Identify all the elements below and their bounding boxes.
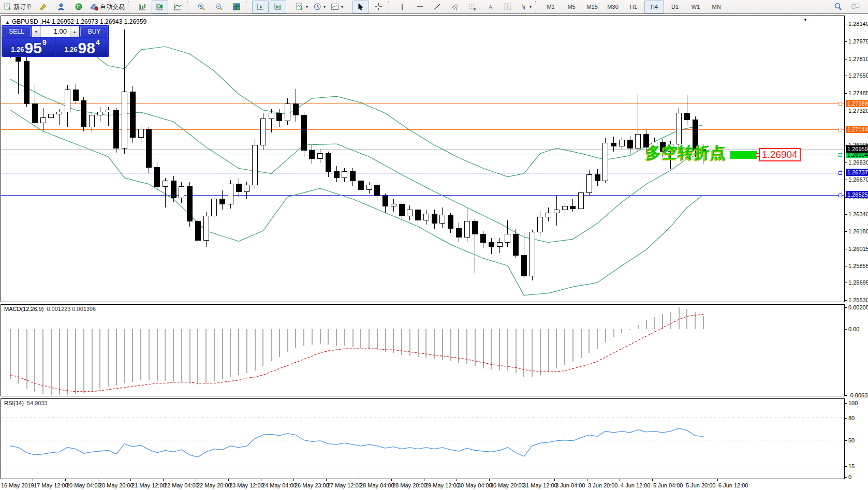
timeframe-h1-button[interactable]: H1 bbox=[624, 1, 643, 13]
indicators-button[interactable]: +▾ bbox=[293, 1, 310, 13]
time-tick-mark bbox=[293, 479, 294, 481]
vertical-line-button[interactable] bbox=[394, 1, 410, 13]
macd-canvas[interactable] bbox=[1, 305, 844, 396]
axis-tick-mark bbox=[845, 214, 847, 215]
chevron-down-icon[interactable]: ▾ bbox=[341, 5, 343, 9]
price-tick-label: 1.28140 bbox=[848, 21, 868, 27]
candle-body bbox=[293, 103, 298, 115]
timeframe-d1-button[interactable]: D1 bbox=[665, 1, 685, 13]
periods-button[interactable]: ▾ bbox=[311, 1, 328, 13]
arrows-button[interactable]: ▾ bbox=[517, 1, 534, 13]
label-button[interactable]: T bbox=[499, 1, 516, 13]
channel-button[interactable]: E bbox=[447, 1, 463, 13]
candlestick-chart-button[interactable] bbox=[152, 1, 168, 13]
trendline-button[interactable] bbox=[429, 1, 446, 13]
scroll-to-end-icon[interactable]: ▼ bbox=[803, 18, 807, 22]
templates-button[interactable]: ▾ bbox=[329, 1, 345, 13]
candle-body bbox=[253, 145, 258, 185]
price-axis[interactable]: 1.281401.279751.278101.276501.274851.273… bbox=[845, 14, 868, 490]
candle-body bbox=[383, 196, 388, 206]
crosshair-button[interactable] bbox=[370, 1, 387, 13]
horizontal-line-button[interactable] bbox=[411, 1, 428, 13]
timeframe-mn-button[interactable]: MN bbox=[707, 1, 726, 13]
candle-body bbox=[595, 175, 600, 181]
collapse-arrow-icon[interactable]: ▲ bbox=[5, 20, 10, 25]
price-tick-label: 1.26015 bbox=[848, 246, 868, 252]
line-anchor-marker[interactable] bbox=[838, 171, 842, 174]
axis-tick-mark bbox=[845, 440, 847, 441]
chat-button[interactable] bbox=[847, 1, 864, 13]
line-anchor-marker[interactable] bbox=[838, 194, 842, 197]
rsi-canvas[interactable] bbox=[1, 399, 844, 479]
candle-body bbox=[81, 100, 86, 127]
crosshair-icon bbox=[374, 3, 382, 11]
axis-tick-mark bbox=[845, 93, 847, 94]
linechart-icon bbox=[173, 3, 182, 11]
zoom-out-button[interactable] bbox=[211, 1, 227, 13]
rsi-panel[interactable]: RSI(14)54.9033 bbox=[1, 398, 845, 479]
text-a-icon: A bbox=[486, 3, 494, 11]
time-tick-label: 28 May 04:00 bbox=[360, 482, 394, 488]
time-tick-label: 23 May 12:00 bbox=[229, 482, 264, 488]
candle-body bbox=[513, 234, 519, 255]
price-tag-label[interactable]: 1.26904 bbox=[759, 148, 801, 161]
price-tick-label: 1.27650 bbox=[848, 72, 868, 79]
sell-price-tile[interactable]: 1.26 95 9 bbox=[3, 38, 55, 56]
price-tick-label: 1.26180 bbox=[848, 228, 868, 234]
zoom-in-button[interactable] bbox=[193, 1, 210, 13]
highlight-zone bbox=[730, 151, 757, 159]
volume-down-button[interactable]: ▼ bbox=[32, 26, 41, 37]
chevron-down-icon[interactable]: ▾ bbox=[306, 5, 308, 9]
text-button[interactable]: A bbox=[482, 1, 498, 13]
chevron-down-icon[interactable]: ▾ bbox=[529, 5, 532, 9]
candle-body bbox=[244, 185, 249, 191]
macd-axis-label: 0.00 bbox=[848, 326, 859, 332]
depth-button[interactable] bbox=[35, 1, 52, 13]
volume-field[interactable]: 1.00 bbox=[41, 26, 70, 37]
new-order-button[interactable]: +新订单 bbox=[2, 1, 34, 13]
cursor-button[interactable] bbox=[352, 1, 369, 13]
bar-chart-button[interactable] bbox=[134, 1, 151, 13]
accounts-button[interactable] bbox=[53, 1, 69, 13]
timeframe-m15-button[interactable]: M15 bbox=[582, 1, 602, 13]
timeframe-m30-button[interactable]: M30 bbox=[603, 1, 623, 13]
chevron-down-icon[interactable]: ▾ bbox=[323, 5, 326, 9]
line-anchor-marker[interactable] bbox=[838, 128, 842, 131]
candle-body bbox=[627, 140, 632, 148]
time-axis[interactable]: 16 May 201917 May 12:0020 May 04:0020 Ma… bbox=[0, 479, 845, 490]
line-anchor-marker[interactable] bbox=[838, 154, 842, 157]
time-tick-mark bbox=[457, 479, 457, 481]
axis-tick-mark bbox=[845, 466, 847, 467]
candle-body bbox=[114, 110, 119, 149]
fibonacci-button[interactable]: F bbox=[464, 1, 481, 13]
time-tick-mark bbox=[652, 479, 653, 481]
chart-shift-button[interactable] bbox=[270, 1, 286, 13]
auto-scroll-icon bbox=[256, 3, 264, 11]
line-anchor-marker[interactable] bbox=[838, 102, 842, 106]
signals-button[interactable] bbox=[70, 1, 87, 13]
sell-button[interactable]: SELL bbox=[3, 26, 31, 37]
candle-body bbox=[440, 215, 445, 223]
time-tick-label: 20 May 04:00 bbox=[66, 482, 101, 488]
candle-body bbox=[32, 103, 37, 123]
timeframe-m5-button[interactable]: M5 bbox=[562, 1, 581, 13]
axis-tick-mark bbox=[845, 329, 847, 330]
timeframe-w1-button[interactable]: W1 bbox=[686, 1, 705, 13]
auto-trading-button[interactable]: 自动交易 bbox=[88, 1, 127, 13]
volume-up-button[interactable]: ▲ bbox=[70, 26, 79, 37]
tile-windows-button[interactable] bbox=[228, 1, 245, 13]
buy-price-tile[interactable]: 1.26 98 4 bbox=[56, 38, 108, 56]
axis-tick-mark bbox=[845, 180, 847, 180]
rsi-value: 54.9033 bbox=[27, 400, 48, 406]
toolbar-separator bbox=[246, 1, 251, 12]
buy-button[interactable]: BUY bbox=[80, 26, 108, 37]
axis-tick-mark bbox=[845, 76, 847, 76]
search-button[interactable] bbox=[830, 1, 846, 13]
candle-body bbox=[138, 129, 143, 138]
timeframe-h4-button[interactable]: H4 bbox=[644, 1, 664, 13]
macd-panel[interactable]: MACD(12,26,9)0.001223 0.001396 bbox=[1, 304, 845, 396]
line-chart-button[interactable] bbox=[169, 1, 186, 13]
candle-body bbox=[603, 143, 608, 181]
auto-scroll-button[interactable] bbox=[252, 1, 269, 13]
timeframe-m1-button[interactable]: M1 bbox=[541, 1, 561, 13]
